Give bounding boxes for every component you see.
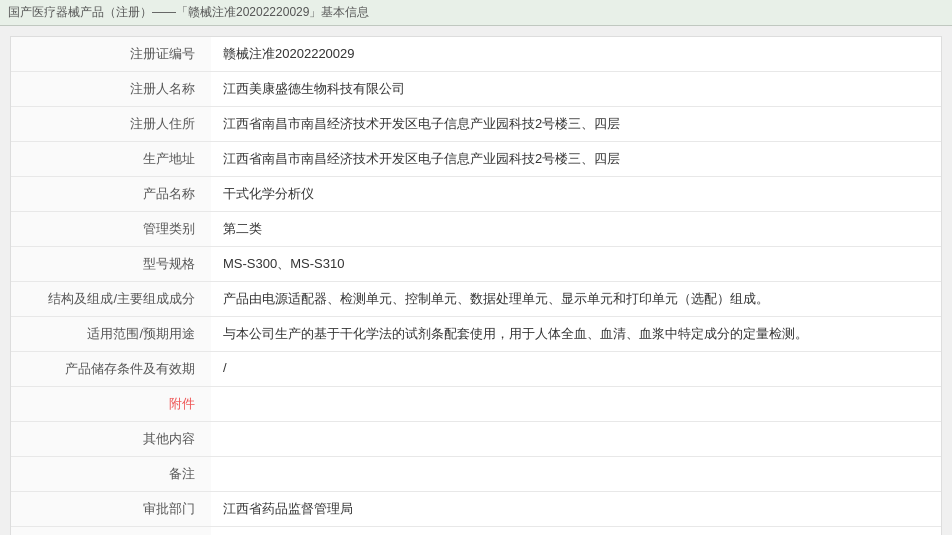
table-row: 注册证编号赣械注准20202220029 [11,37,941,72]
field-label-9: 产品储存条件及有效期 [11,352,211,387]
field-value-2: 江西省南昌市南昌经济技术开发区电子信息产业园科技2号楼三、四层 [211,107,941,142]
field-label-1: 注册人名称 [11,72,211,107]
table-row: 管理类别第二类 [11,212,941,247]
field-label-8: 适用范围/预期用途 [11,317,211,352]
table-row: 附件 [11,387,941,422]
field-value-4: 干式化学分析仪 [211,177,941,212]
main-container: 注册证编号赣械注准20202220029注册人名称江西美康盛德生物科技有限公司注… [10,36,942,535]
field-value-5: 第二类 [211,212,941,247]
table-row: 审批部门江西省药品监督管理局 [11,492,941,527]
table-row: 生产地址江西省南昌市南昌经济技术开发区电子信息产业园科技2号楼三、四层 [11,142,941,177]
field-label-7: 结构及组成/主要组成成分 [11,282,211,317]
table-row: 注册人住所江西省南昌市南昌经济技术开发区电子信息产业园科技2号楼三、四层 [11,107,941,142]
field-value-3: 江西省南昌市南昌经济技术开发区电子信息产业园科技2号楼三、四层 [211,142,941,177]
field-label-5: 管理类别 [11,212,211,247]
table-row: 注册人名称江西美康盛德生物科技有限公司 [11,72,941,107]
field-label-6: 型号规格 [11,247,211,282]
table-row: 产品名称干式化学分析仪 [11,177,941,212]
table-row: 型号规格MS-S300、MS-S310 [11,247,941,282]
field-label-3: 生产地址 [11,142,211,177]
title-text: 国产医疗器械产品（注册）——「赣械注准20202220029」基本信息 [8,4,369,21]
field-value-14: 2020-02-04 [211,527,941,536]
field-value-8: 与本公司生产的基于干化学法的试剂条配套使用，用于人体全血、血清、血浆中特定成分的… [211,317,941,352]
field-value-9: / [211,352,941,387]
field-value-13: 江西省药品监督管理局 [211,492,941,527]
title-bar: 国产医疗器械产品（注册）——「赣械注准20202220029」基本信息 [0,0,952,26]
field-value-7: 产品由电源适配器、检测单元、控制单元、数据处理单元、显示单元和打印单元（选配）组… [211,282,941,317]
field-label-10: 附件 [11,387,211,422]
field-value-12 [211,457,941,492]
table-row: 备注 [11,457,941,492]
field-label-11: 其他内容 [11,422,211,457]
field-label-12: 备注 [11,457,211,492]
field-label-0: 注册证编号 [11,37,211,72]
field-value-1: 江西美康盛德生物科技有限公司 [211,72,941,107]
table-row: 批准日期2020-02-04 [11,527,941,536]
info-table: 注册证编号赣械注准20202220029注册人名称江西美康盛德生物科技有限公司注… [11,37,941,535]
field-label-2: 注册人住所 [11,107,211,142]
field-value-11 [211,422,941,457]
field-label-13: 审批部门 [11,492,211,527]
table-row: 产品储存条件及有效期/ [11,352,941,387]
field-value-0: 赣械注准20202220029 [211,37,941,72]
table-row: 其他内容 [11,422,941,457]
field-label-14: 批准日期 [11,527,211,536]
table-row: 适用范围/预期用途与本公司生产的基于干化学法的试剂条配套使用，用于人体全血、血清… [11,317,941,352]
table-row: 结构及组成/主要组成成分产品由电源适配器、检测单元、控制单元、数据处理单元、显示… [11,282,941,317]
field-value-10 [211,387,941,422]
field-value-6: MS-S300、MS-S310 [211,247,941,282]
field-label-4: 产品名称 [11,177,211,212]
